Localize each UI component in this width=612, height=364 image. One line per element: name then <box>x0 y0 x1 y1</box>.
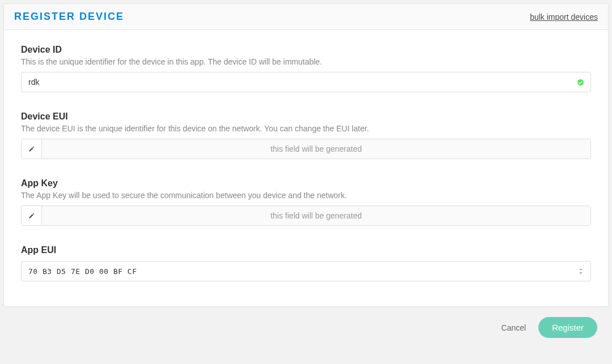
app-key-edit-button[interactable] <box>22 206 42 225</box>
device-id-block: Device ID This is the unique identifier … <box>21 45 591 92</box>
device-eui-edit-button[interactable] <box>22 139 42 159</box>
device-eui-label: Device EUI <box>21 112 591 122</box>
app-key-block: App Key The App Key will be used to secu… <box>21 178 591 226</box>
device-eui-field: this field will be generated <box>21 139 591 159</box>
app-eui-value: 70 B3 D5 7E D0 00 BF CF <box>28 267 137 276</box>
device-id-input-wrap <box>21 72 591 92</box>
cancel-button[interactable]: Cancel <box>502 323 526 332</box>
app-key-placeholder[interactable]: this field will be generated <box>42 206 590 225</box>
app-key-desc: The App Key will be used to secure the c… <box>21 191 591 200</box>
app-key-label: App Key <box>21 178 591 189</box>
register-device-panel: REGISTER DEVICE bulk import devices Devi… <box>3 3 609 307</box>
register-button[interactable]: Register <box>538 317 597 338</box>
pencil-icon <box>28 212 35 219</box>
device-id-label: Device ID <box>21 45 591 55</box>
app-eui-label: App EUI <box>21 245 591 255</box>
bulk-import-link[interactable]: bulk import devices <box>530 12 598 22</box>
check-icon <box>577 79 584 85</box>
device-eui-block: Device EUI The device EUI is the unique … <box>21 112 591 159</box>
app-eui-block: App EUI 70 B3 D5 7E D0 00 BF CF <box>21 245 591 281</box>
app-eui-select[interactable]: 70 B3 D5 7E D0 00 BF CF <box>21 261 591 281</box>
device-eui-placeholder[interactable]: this field will be generated <box>42 139 590 159</box>
panel-header: REGISTER DEVICE bulk import devices <box>4 4 608 30</box>
footer: Cancel Register <box>3 307 609 342</box>
chevron-up-down-icon <box>578 267 584 276</box>
device-id-input[interactable] <box>22 78 577 87</box>
app-key-field: this field will be generated <box>21 205 591 226</box>
page-title: REGISTER DEVICE <box>14 11 124 23</box>
pencil-icon <box>28 145 35 152</box>
device-eui-desc: The device EUI is the unique identifier … <box>21 124 591 133</box>
device-id-desc: This is the unique identifier for the de… <box>21 57 591 66</box>
